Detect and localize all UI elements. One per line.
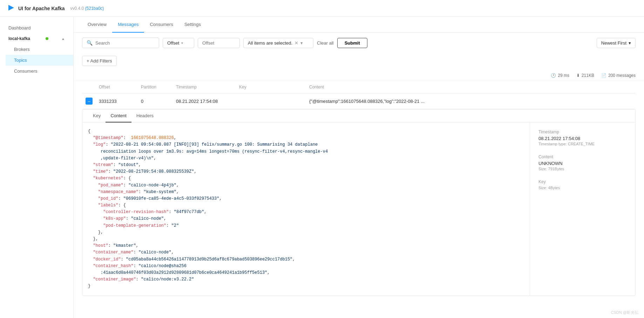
tab-settings[interactable]: Settings: [179, 17, 206, 33]
detail-tab-headers[interactable]: Headers: [131, 110, 158, 122]
col-offset: Offset: [96, 85, 138, 90]
row-content: {"@timestamp":1661075648.088326,"log":"2…: [306, 99, 636, 104]
meta-section: Timestamp 08.21.2022 17:54:08 Timestamp …: [530, 122, 635, 296]
detail-body: { "@timestamp": 1661075648.088326, "log"…: [82, 122, 635, 296]
sidebar-kafka-section[interactable]: local-kafka ▲: [0, 33, 73, 44]
logo-icon: [7, 4, 15, 13]
key-label: Key: [538, 179, 627, 184]
col-partition: Partition: [138, 85, 173, 90]
collapse-button[interactable]: –: [86, 98, 93, 105]
clear-icon[interactable]: ✕: [294, 40, 298, 46]
svg-marker-0: [8, 5, 14, 11]
search-input[interactable]: [95, 40, 155, 46]
offset-chevron-icon: ▾: [181, 41, 183, 45]
message-detail: Key Content Headers { "@timestamp": 1661…: [82, 109, 636, 296]
row-timestamp: 08.21.2022 17:54:08: [173, 99, 236, 104]
messages-value: 200 messages: [608, 73, 636, 78]
version-link[interactable]: (521ba0c): [85, 6, 104, 11]
col-key: Key: [236, 85, 306, 90]
all-items-label: All items are selected.: [248, 40, 292, 46]
sidebar: Dashboard local-kafka ▲ Brokers Topics C…: [0, 17, 74, 318]
timestamp-value: 08.21.2022 17:54:08: [538, 136, 627, 141]
sidebar-item-topics[interactable]: Topics: [6, 55, 73, 66]
detail-tab-key[interactable]: Key: [88, 110, 106, 122]
content-label: Content: [538, 154, 627, 159]
watermark: CSDN @昕光弘: [611, 310, 638, 315]
key-meta: Key Size: 4Bytes: [538, 179, 627, 190]
app-header: UI for Apache Kafka vv0.4.0 (521ba0c): [0, 0, 644, 17]
sort-select[interactable]: Newest First ▾: [597, 38, 636, 48]
kafka-name: local-kafka: [8, 36, 30, 41]
col-expand: [82, 85, 96, 90]
json-code: { "@timestamp": 1661075648.088326, "log"…: [82, 122, 530, 296]
sort-label: Newest First: [601, 40, 626, 46]
toolbar: 🔍 Offset ▾ All items are selected. ✕ ▾ C…: [74, 33, 644, 53]
row-offset: 3331233: [96, 99, 138, 104]
toolbar-row2: + Add Filters: [74, 53, 644, 70]
search-icon: 🔍: [87, 40, 93, 46]
col-content: Content: [306, 85, 636, 90]
topic-tabs: Overview Messages Consumers Settings: [74, 17, 644, 33]
row-collapse[interactable]: –: [82, 98, 96, 105]
offset-select-label: Offset: [167, 40, 179, 46]
stats-bar: 🕐 29 ms ⬇ 211KB 📄 200 messages: [74, 70, 644, 81]
sort-chevron-icon: ▾: [629, 40, 631, 46]
size-stat: ⬇ 211KB: [576, 73, 594, 78]
partition-chevron-icon: ▾: [300, 40, 303, 46]
row-partition: 0: [138, 99, 173, 104]
file-icon: 📄: [601, 73, 606, 78]
offset-select[interactable]: Offset ▾: [163, 38, 194, 48]
download-icon: ⬇: [576, 73, 580, 78]
col-timestamp: Timestamp: [173, 85, 236, 90]
time-value: 29 ms: [558, 73, 569, 78]
content-size: Size: 791Bytes: [538, 167, 627, 171]
timestamp-type: Timestamp type: CREATE_TIME: [538, 142, 627, 146]
time-stat: 🕐 29 ms: [551, 73, 569, 78]
add-filters-button[interactable]: + Add Filters: [82, 56, 117, 66]
tab-overview[interactable]: Overview: [82, 17, 112, 33]
tab-messages[interactable]: Messages: [112, 17, 144, 33]
kafka-status-dot: [46, 37, 48, 40]
messages-table: Offset Partition Timestamp Key Content –…: [74, 81, 644, 109]
sidebar-item-consumers[interactable]: Consumers: [6, 66, 73, 77]
app-title: UI for Apache Kafka: [18, 6, 65, 11]
content-value: UNKNOWN: [538, 161, 627, 166]
sidebar-sub-menu: Brokers Topics Consumers: [0, 44, 73, 77]
logo: UI for Apache Kafka vv0.4.0 (521ba0c): [7, 4, 104, 13]
sidebar-item-brokers[interactable]: Brokers: [6, 44, 73, 55]
search-box[interactable]: 🔍: [82, 38, 159, 48]
version-text: vv0.4.0 (521ba0c): [70, 6, 104, 11]
main-layout: Dashboard local-kafka ▲ Brokers Topics C…: [0, 17, 644, 318]
timestamp-meta: Timestamp 08.21.2022 17:54:08 Timestamp …: [538, 130, 627, 146]
key-size: Size: 4Bytes: [538, 186, 627, 190]
chevron-up-icon: ▲: [61, 37, 65, 41]
clear-all-button[interactable]: Clear all: [317, 40, 334, 46]
clock-icon: 🕐: [551, 73, 556, 78]
content-meta: Content UNKNOWN Size: 791Bytes: [538, 154, 627, 171]
sidebar-item-dashboard[interactable]: Dashboard: [0, 22, 73, 33]
submit-button[interactable]: Submit: [337, 38, 367, 48]
offset-input[interactable]: [198, 38, 240, 48]
content-area: Overview Messages Consumers Settings 🔍 O…: [74, 17, 644, 318]
size-value: 211KB: [582, 73, 594, 78]
table-row[interactable]: – 3331233 0 08.21.2022 17:54:08 {"@times…: [82, 93, 636, 109]
timestamp-label: Timestamp: [538, 130, 627, 134]
table-header: Offset Partition Timestamp Key Content: [82, 81, 636, 93]
partition-select[interactable]: All items are selected. ✕ ▾: [243, 38, 313, 48]
messages-stat: 📄 200 messages: [601, 73, 636, 78]
detail-tabs: Key Content Headers: [82, 110, 635, 122]
tab-consumers[interactable]: Consumers: [144, 17, 178, 33]
detail-tab-content[interactable]: Content: [106, 110, 131, 122]
